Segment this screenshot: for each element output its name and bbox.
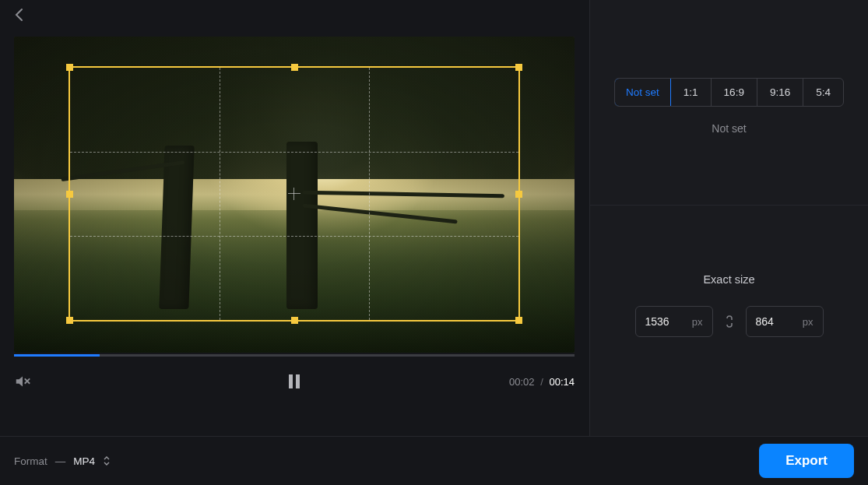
time-display: 00:02 / 00:14 — [509, 376, 575, 388]
volume-muted-icon — [14, 373, 31, 390]
aspect-ratio-1-1[interactable]: 1:1 — [670, 79, 711, 106]
link-icon — [724, 314, 735, 329]
video-preview[interactable] — [14, 37, 575, 353]
height-input[interactable]: 864 px — [746, 306, 824, 337]
progress-bar[interactable] — [14, 354, 575, 357]
editor-main-panel: 00:02 / 00:14 — [0, 0, 589, 436]
export-button[interactable]: Export — [759, 444, 854, 478]
width-input[interactable]: 1536 px — [635, 306, 713, 337]
format-selector[interactable]: Format — MP4 — [14, 455, 111, 467]
aspect-ratio-group: Not set 1:1 16:9 9:16 5:4 — [614, 78, 844, 107]
aspect-ratio-9-16[interactable]: 9:16 — [757, 79, 803, 106]
crop-handle-bottom-right[interactable] — [515, 317, 522, 324]
svg-rect-2 — [289, 374, 293, 388]
svg-rect-3 — [296, 374, 300, 388]
height-value: 864 — [756, 315, 774, 328]
crop-handle-mid-left[interactable] — [66, 191, 73, 198]
format-dash: — — [55, 455, 66, 467]
crop-sidebar: Not set 1:1 16:9 9:16 5:4 Not set Exact … — [589, 0, 868, 436]
chevron-left-icon — [14, 8, 25, 22]
exact-size-section: Exact size 1536 px 864 px — [590, 206, 868, 436]
link-dimensions-button[interactable] — [724, 314, 735, 329]
duration: 00:14 — [549, 376, 575, 388]
crop-handle-bottom-mid[interactable] — [291, 317, 298, 324]
current-time: 00:02 — [509, 376, 535, 388]
height-unit: px — [803, 316, 814, 328]
pause-button[interactable] — [287, 374, 301, 389]
crop-handle-mid-right[interactable] — [515, 191, 522, 198]
back-button[interactable] — [14, 8, 25, 22]
bottom-bar: Format — MP4 Export — [0, 436, 868, 485]
crop-handle-bottom-left[interactable] — [66, 317, 73, 324]
aspect-ratio-caption: Not set — [712, 122, 746, 135]
format-value: MP4 — [73, 455, 95, 467]
aspect-ratio-not-set[interactable]: Not set — [614, 78, 671, 107]
width-unit: px — [692, 316, 703, 328]
exact-size-row: 1536 px 864 px — [635, 306, 824, 337]
crop-handle-top-left[interactable] — [66, 64, 73, 71]
aspect-ratio-section: Not set 1:1 16:9 9:16 5:4 Not set — [590, 0, 868, 206]
aspect-ratio-5-4[interactable]: 5:4 — [803, 79, 843, 106]
time-separator: / — [540, 376, 543, 388]
crop-rectangle[interactable] — [69, 66, 520, 322]
crop-handle-top-right[interactable] — [515, 64, 522, 71]
player-controls: 00:02 / 00:14 — [14, 366, 575, 397]
aspect-ratio-16-9[interactable]: 16:9 — [711, 79, 757, 106]
crop-handle-top-mid[interactable] — [291, 64, 298, 71]
format-label: Format — [14, 455, 47, 467]
stepper-icon — [103, 455, 111, 466]
exact-size-label: Exact size — [703, 273, 754, 286]
progress-fill — [14, 354, 100, 357]
pause-icon — [287, 374, 301, 389]
width-value: 1536 — [645, 315, 669, 328]
mute-button[interactable] — [14, 373, 31, 390]
